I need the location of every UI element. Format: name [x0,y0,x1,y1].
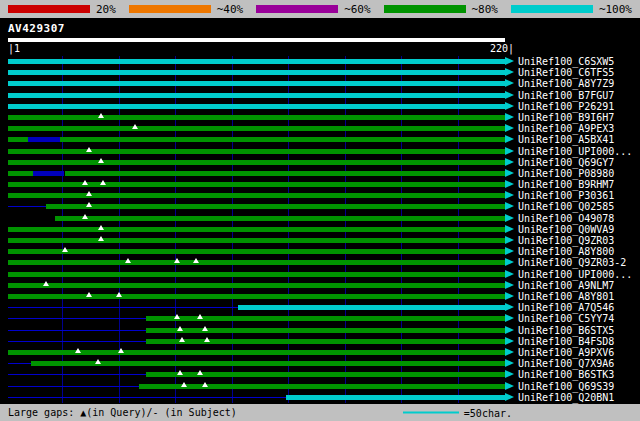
hit-label[interactable]: UniRef100_A8Y801 [518,291,614,302]
hit-label[interactable]: UniRef100_A9PEX3 [518,123,614,134]
alignment-segment-line[interactable] [8,397,286,398]
alignment-segment-cyan[interactable] [8,93,505,98]
hit-row: UniRef100_C5YY74 [0,313,640,324]
hit-label[interactable]: UniRef100_Q0WVA9 [518,224,614,235]
hit-label[interactable]: UniRef100_C5YY74 [518,313,614,324]
alignment-segment-green[interactable] [139,384,505,389]
hit-label[interactable]: UniRef100_Q9ZR03-2 [518,257,626,268]
alignment-segment-green[interactable] [8,249,505,254]
hit-arrow-icon [505,79,514,87]
alignment-segment-line[interactable] [8,206,46,207]
hit-arrow-icon [505,202,514,210]
query-gap-marker [181,382,187,387]
query-gap-marker [75,348,81,353]
hit-label[interactable]: UniRef100_B4FSD8 [518,336,614,347]
alignment-segment-cyan[interactable] [8,81,505,86]
hit-arrow-icon [505,258,514,266]
hit-row: UniRef100_A8Y801 [0,291,640,302]
alignment-segment-green[interactable] [65,171,506,176]
alignment-segment-green[interactable] [8,193,505,198]
alignment-segment-green[interactable] [146,328,505,333]
ruler-start-label: |1 [8,43,20,54]
alignment-segment-green[interactable] [55,216,505,221]
alignment-segment-green[interactable] [60,137,505,142]
hit-label[interactable]: UniRef100_P08980 [518,168,614,179]
alignment-segment-line[interactable] [8,318,146,319]
alignment-segment-navy[interactable] [33,171,65,176]
alignment-segment-green[interactable] [8,160,505,165]
alignment-segment-green[interactable] [8,115,505,120]
hit-label[interactable]: UniRef100_B9I6H7 [518,112,614,123]
hit-label[interactable]: UniRef100_B7FGU7 [518,90,614,101]
alignment-segment-cyan[interactable] [8,70,505,75]
alignment-segment-green[interactable] [8,126,505,131]
query-id: AV429307 [8,22,65,35]
hit-label[interactable]: UniRef100_P26291 [518,101,614,112]
alignment-segment-green[interactable] [8,283,505,288]
hit-row: UniRef100_UPI000... [0,146,640,157]
hit-label[interactable]: UniRef100_C6TFS5 [518,67,614,78]
alignment-segment-line[interactable] [8,330,146,331]
query-gap-marker [86,191,92,196]
alignment-segment-cyan[interactable] [238,305,505,310]
hit-label[interactable]: UniRef100_Q69S39 [518,381,614,392]
hit-label[interactable]: UniRef100_C6SXW5 [518,56,614,67]
hit-label[interactable]: UniRef100_A8Y800 [518,246,614,257]
alignment-segment-green[interactable] [8,294,505,299]
hit-label[interactable]: UniRef100_O49078 [518,213,614,224]
alignment-segment-green[interactable] [8,272,505,277]
hit-label[interactable]: UniRef100_A9NLM7 [518,280,614,291]
alignment-segment-cyan[interactable] [8,104,505,109]
alignment-segment-green[interactable] [146,339,505,344]
query-gap-marker [98,158,104,163]
alignment-segment-line[interactable] [8,386,139,387]
footer-strip: Large gaps: ▲(in Query)/- (in Subject) =… [0,404,640,421]
query-gap-marker [177,326,183,331]
hit-label[interactable]: UniRef100_UPI000... [518,269,632,280]
alignment-segment-green[interactable] [8,238,505,243]
hit-label[interactable]: UniRef100_Q20BN1 [518,392,614,403]
hit-label[interactable]: UniRef100_A5BX41 [518,134,614,145]
alignment-segment-line[interactable] [8,341,146,342]
hit-label[interactable]: UniRef100_A9PXV6 [518,347,614,358]
percent-identity-legend: 20%~40%~60%~80%~100% [0,0,640,18]
alignment-segment-green[interactable] [8,260,505,265]
alignment-segment-line[interactable] [8,374,146,375]
alignment-segment-green[interactable] [31,361,505,366]
hit-label[interactable]: UniRef100_P30361 [518,190,614,201]
hit-row: UniRef100_Q0WVA9 [0,224,640,235]
hit-row: UniRef100_B4FSD8 [0,336,640,347]
alignment-segment-green[interactable] [8,227,505,232]
alignment-segment-green[interactable] [46,204,505,209]
legend-color-bar [8,5,90,13]
blast-overview-screen: 20%~40%~60%~80%~100% AV429307 |1 220| Un… [0,0,640,421]
hit-row: UniRef100_UPI000... [0,269,640,280]
hit-label[interactable]: UniRef100_Q9ZR03 [518,235,614,246]
hit-arrow-icon [505,348,514,356]
legend-item: ~60% [256,3,371,16]
legend-item: ~100% [511,3,632,16]
hit-label[interactable]: UniRef100_A7Q546 [518,302,614,313]
hit-arrow-icon [505,337,514,345]
hit-label[interactable]: UniRef100_A8Y7Z9 [518,78,614,89]
hit-row: UniRef100_C6TFS5 [0,67,640,78]
alignment-segment-navy[interactable] [28,137,60,142]
alignment-segment-line[interactable] [8,307,238,308]
alignment-segment-cyan[interactable] [8,59,505,64]
alignment-segment-green[interactable] [8,171,33,176]
hit-label[interactable]: UniRef100_B6STX5 [518,325,614,336]
alignment-segment-cyan[interactable] [286,395,505,400]
legend-item: ~80% [384,3,499,16]
hit-label[interactable]: UniRef100_Q7X9A6 [518,358,614,369]
hit-label[interactable]: UniRef100_B9RHM7 [518,179,614,190]
alignment-segment-green[interactable] [8,350,505,355]
hit-label[interactable]: UniRef100_UPI000... [518,146,632,157]
hit-label[interactable]: UniRef100_Q02585 [518,201,614,212]
hit-label[interactable]: UniRef100_Q69GY7 [518,157,614,168]
hit-row: UniRef100_Q69GY7 [0,157,640,168]
hit-arrow-icon [505,113,514,121]
alignment-segment-line[interactable] [8,363,31,364]
alignment-segment-green[interactable] [8,137,28,142]
hit-label[interactable]: UniRef100_B6STK3 [518,369,614,380]
alignment-segment-green[interactable] [8,149,505,154]
